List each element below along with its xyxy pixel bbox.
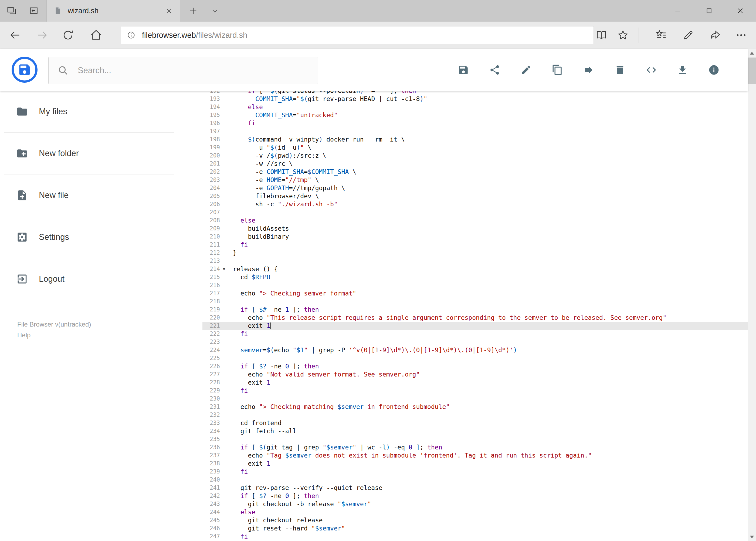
code-line-231[interactable]: 231 echo "> Checking matching $semver in… xyxy=(202,403,748,411)
code-line-221[interactable]: 221 exit 1 xyxy=(202,322,748,330)
code-view-icon[interactable] xyxy=(644,63,658,77)
favorite-star-icon[interactable] xyxy=(612,22,634,49)
tabs-set-aside-icon[interactable] xyxy=(6,6,17,16)
browser-tab[interactable]: wizard.sh xyxy=(46,0,180,22)
file-browser-logo[interactable] xyxy=(12,57,38,83)
share-file-icon[interactable] xyxy=(488,63,501,77)
share-icon[interactable] xyxy=(704,22,726,49)
code-line-244[interactable]: 244 else xyxy=(202,508,748,516)
code-line-232[interactable]: 232 xyxy=(202,411,748,419)
window-maximize-button[interactable] xyxy=(693,0,725,22)
site-info-icon[interactable] xyxy=(127,31,135,39)
code-line-192[interactable]: 192 if [ "$(git status --porcelain)" = "… xyxy=(202,91,748,95)
code-line-223[interactable]: 223 xyxy=(202,338,748,346)
move-icon[interactable] xyxy=(582,63,596,77)
back-icon[interactable] xyxy=(4,22,26,49)
code-line-225[interactable]: 225 xyxy=(202,354,748,362)
code-line-205[interactable]: 205 filebrowser/dev \ xyxy=(202,192,748,200)
code-line-234[interactable]: 234 git fetch --all xyxy=(202,427,748,435)
code-line-237[interactable]: 237 echo "Tag $semver does not exist in … xyxy=(202,451,748,459)
code-line-233[interactable]: 233 cd frontend xyxy=(202,419,748,427)
code-line-195[interactable]: 195 COMMIT_SHA="untracked" xyxy=(202,111,748,119)
code-line-242[interactable]: 242 if [ $? -ne 0 ]; then xyxy=(202,492,748,500)
save-icon[interactable] xyxy=(457,63,470,77)
code-line-246[interactable]: 246 git reset --hard "$semver" xyxy=(202,524,748,532)
vertical-scrollbar[interactable] xyxy=(748,49,756,541)
code-line-247[interactable]: 247 fi xyxy=(202,532,748,540)
tab-list-chevron-icon[interactable] xyxy=(207,0,222,22)
info-icon[interactable] xyxy=(707,63,721,77)
code-line-216[interactable]: 216 xyxy=(202,281,748,289)
code-line-226[interactable]: 226 if [ $? -ne 0 ]; then xyxy=(202,362,748,370)
code-line-193[interactable]: 193 COMMIT_SHA="$(git rev-parse HEAD | c… xyxy=(202,95,748,103)
download-icon[interactable] xyxy=(676,63,689,77)
fold-arrow-icon[interactable]: ▼ xyxy=(220,265,228,273)
reading-view-icon[interactable] xyxy=(591,22,612,49)
code-line-229[interactable]: 229 fi xyxy=(202,386,748,395)
code-line-206[interactable]: 206 sh -c "./wizard.sh -b" xyxy=(202,200,748,208)
code-line-238[interactable]: 238 exit 1 xyxy=(202,459,748,467)
home-icon[interactable] xyxy=(85,22,107,49)
code-line-203[interactable]: 203 -e HOME="//tmp" \ xyxy=(202,176,748,184)
edit-icon[interactable] xyxy=(519,63,533,77)
code-line-209[interactable]: 209 buildAssets xyxy=(202,225,748,233)
code-line-201[interactable]: 201 -w //src \ xyxy=(202,160,748,168)
refresh-icon[interactable] xyxy=(57,22,79,49)
code-line-219[interactable]: 219 if [ $# -ne 1 ]; then xyxy=(202,305,748,313)
code-line-200[interactable]: 200 -v /$(pwd):/src:z \ xyxy=(202,152,748,160)
code-line-227[interactable]: 227 echo "Not valid semver format. See s… xyxy=(202,370,748,378)
code-line-207[interactable]: 207 xyxy=(202,208,748,216)
tab-close-icon[interactable] xyxy=(164,6,174,16)
code-line-240[interactable]: 240 xyxy=(202,476,748,484)
code-line-228[interactable]: 228 exit 1 xyxy=(202,378,748,386)
code-line-197[interactable]: 197 xyxy=(202,127,748,135)
code-line-217[interactable]: 217 echo "> Checking semver format" xyxy=(202,289,748,297)
annotate-pen-icon[interactable] xyxy=(677,22,699,49)
code-line-220[interactable]: 220 echo "This release script requires a… xyxy=(202,313,748,322)
code-line-196[interactable]: 196 fi xyxy=(202,119,748,127)
code-line-204[interactable]: 204 -e GOPATH=//tmp/gopath \ xyxy=(202,184,748,192)
code-line-211[interactable]: 211 fi xyxy=(202,241,748,249)
code-line-230[interactable]: 230 xyxy=(202,395,748,403)
code-line-218[interactable]: 218 xyxy=(202,297,748,305)
new-tab-button[interactable] xyxy=(186,0,201,22)
window-close-button[interactable] xyxy=(725,0,756,22)
sidebar-item-my-files[interactable]: My files xyxy=(4,91,174,133)
code-line-210[interactable]: 210 buildBinary xyxy=(202,233,748,241)
code-line-215[interactable]: 215 cd $REPO xyxy=(202,273,748,281)
code-line-241[interactable]: 241 git rev-parse --verify --quiet relea… xyxy=(202,484,748,492)
code-line-198[interactable]: 198 $(command -v winpty) docker run --rm… xyxy=(202,135,748,144)
search-input[interactable] xyxy=(77,65,318,76)
scroll-down-arrow-icon[interactable] xyxy=(748,533,756,541)
code-line-224[interactable]: 224 semver=$(echo "$1" | grep -P '^v(0|[… xyxy=(202,346,748,354)
code-line-214[interactable]: 214▼release () { xyxy=(202,265,748,273)
code-line-199[interactable]: 199 -u "$(id -u)" \ xyxy=(202,144,748,152)
delete-icon[interactable] xyxy=(613,63,627,77)
more-ellipsis-icon[interactable] xyxy=(730,22,752,49)
scrollbar-thumb[interactable] xyxy=(748,58,756,84)
code-line-202[interactable]: 202 -e COMMIT_SHA=$COMMIT_SHA \ xyxy=(202,168,748,176)
code-line-213[interactable]: 213 xyxy=(202,257,748,265)
sidebar-item-new-folder[interactable]: New folder xyxy=(4,133,174,175)
code-line-235[interactable]: 235 xyxy=(202,435,748,443)
address-bar[interactable]: filebrowser.web/files/wizard.sh xyxy=(121,26,594,44)
sidebar-item-settings[interactable]: Settings xyxy=(4,216,174,258)
code-line-239[interactable]: 239 fi xyxy=(202,467,748,476)
hub-icon[interactable] xyxy=(650,22,672,49)
code-line-208[interactable]: 208 else xyxy=(202,216,748,225)
code-editor[interactable]: 192 if [ "$(git status --porcelain)" = "… xyxy=(202,91,748,541)
tab-preview-icon[interactable] xyxy=(29,6,39,16)
help-link[interactable]: Help xyxy=(17,330,91,340)
code-line-222[interactable]: 222 fi xyxy=(202,330,748,338)
code-line-194[interactable]: 194 else xyxy=(202,103,748,111)
code-line-243[interactable]: 243 git checkout -b release "$semver" xyxy=(202,500,748,508)
forward-icon[interactable] xyxy=(31,22,53,49)
window-minimize-button[interactable] xyxy=(662,0,693,22)
code-line-236[interactable]: 236 if [ $(git tag | grep "$semver" | wc… xyxy=(202,443,748,451)
sidebar-item-new-file[interactable]: New file xyxy=(4,175,174,216)
code-line-245[interactable]: 245 git checkout release xyxy=(202,516,748,524)
scroll-up-arrow-icon[interactable] xyxy=(748,49,756,57)
sidebar-item-logout[interactable]: Logout xyxy=(4,258,174,300)
code-line-212[interactable]: 212} xyxy=(202,249,748,257)
copy-icon[interactable] xyxy=(551,63,564,77)
